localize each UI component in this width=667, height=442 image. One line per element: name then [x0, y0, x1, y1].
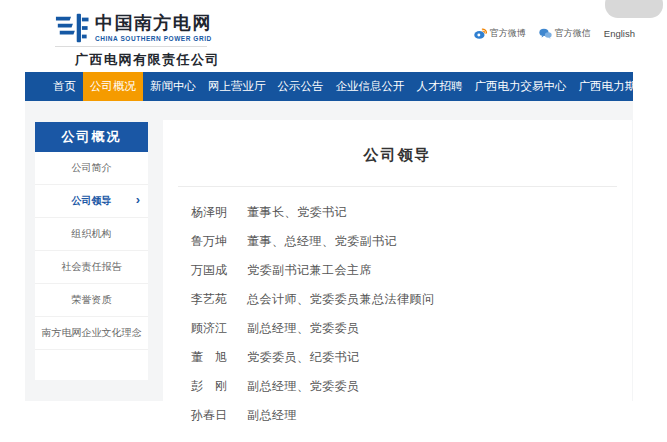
sidebar-item-label: 南方电网企业文化理念 [42, 326, 142, 340]
nav-item[interactable]: 企业信息公开 [331, 72, 410, 101]
nav-item[interactable]: 公司概况 [83, 72, 143, 101]
sidebar: 公司概况 公司简介 › 公司领导 › 组织机构 › 社会责任报告 › [35, 122, 148, 380]
nav-item[interactable]: 公示公告 [273, 72, 329, 101]
leader-title: 党委副书记兼工会主席 [247, 262, 632, 279]
weibo-label: 官方微博 [490, 27, 526, 40]
leader-row: 李艺苑 总会计师、党委委员兼总法律顾问 [191, 291, 632, 308]
leader-title: 党委委员、纪委书记 [247, 349, 632, 366]
leader-title: 董事、总经理、党委副书记 [247, 233, 632, 250]
leader-row: 彭 刚 副总经理、党委委员 [191, 378, 632, 395]
subsidiary-name: 广西电网有限责任公司 [75, 51, 220, 69]
sidebar-item-label: 公司领导 [72, 194, 112, 208]
main-panel: 公司领导 杨泽明 董事长、党委书记 鲁万坤 董事、总经理、党委副书记 万国成 党… [163, 120, 632, 412]
sidebar-item[interactable]: 荣誉资质 › [35, 284, 148, 317]
leader-title: 副总经理、党委委员 [247, 320, 632, 337]
nav-item[interactable]: 网上营业厅 [203, 72, 271, 101]
leader-row: 鲁万坤 董事、总经理、党委副书记 [191, 233, 632, 250]
sidebar-item-label: 荣誉资质 [72, 293, 112, 307]
weibo-link[interactable]: 官方微博 [474, 27, 526, 40]
site-header-logo: 中国南方电网 CHINA SOUTHERN POWER GRID 广西电网有限责… [55, 13, 220, 69]
leader-name: 顾济江 [191, 320, 238, 337]
leader-list: 杨泽明 董事长、党委书记 鲁万坤 董事、总经理、党委副书记 万国成 党委副书记兼… [163, 187, 632, 424]
nav-item[interactable]: 人才招聘 [412, 72, 468, 101]
leader-name: 万国成 [191, 262, 238, 279]
csg-logo-icon [55, 13, 89, 43]
nav-item[interactable]: 广西电力交易中心 [470, 72, 572, 101]
sidebar-item[interactable]: 社会责任报告 › [35, 251, 148, 284]
wechat-label: 官方微信 [555, 27, 591, 40]
english-link[interactable]: English [604, 28, 635, 39]
leader-title: 董事长、党委书记 [247, 204, 632, 221]
brand-name-en: CHINA SOUTHERN POWER GRID [95, 35, 212, 42]
logo-divider [55, 46, 207, 47]
leader-title: 副总经理、党委委员 [247, 378, 632, 395]
leader-row: 万国成 党委副书记兼工会主席 [191, 262, 632, 279]
sidebar-item[interactable]: 组织机构 › [35, 218, 148, 251]
page-title: 公司领导 [163, 120, 632, 165]
sidebar-item-label: 社会责任报告 [62, 260, 122, 274]
leader-name: 鲁万坤 [191, 233, 238, 250]
nav-item[interactable]: 广西电力期刊 [574, 72, 653, 101]
leader-row: 董 旭 党委委员、纪委书记 [191, 349, 632, 366]
leader-row: 孙春日 副总经理 [191, 407, 632, 424]
leader-name: 彭 刚 [191, 378, 238, 395]
nav-item[interactable]: 首页 [48, 72, 81, 101]
leader-name: 孙春日 [191, 407, 238, 424]
sidebar-item-label: 组织机构 [72, 227, 112, 241]
leader-name: 杨泽明 [191, 204, 238, 221]
sidebar-header: 公司概况 [35, 122, 148, 152]
sidebar-items: 公司简介 › 公司领导 › 组织机构 › 社会责任报告 › 荣誉资质 › [35, 152, 148, 350]
sidebar-item-label: 公司简介 [72, 161, 112, 175]
sidebar-item[interactable]: 公司简介 › [35, 152, 148, 185]
leader-title: 总会计师、党委委员兼总法律顾问 [247, 291, 632, 308]
leader-row: 顾济江 副总经理、党委委员 [191, 320, 632, 337]
sidebar-item[interactable]: 南方电网企业文化理念 › [35, 317, 148, 350]
leader-row: 杨泽明 董事长、党委书记 [191, 204, 632, 221]
window-tab-artifact [605, 0, 663, 18]
leader-name: 董 旭 [191, 349, 238, 366]
wechat-link[interactable]: 官方微信 [539, 27, 591, 40]
chevron-right-icon: › [136, 192, 140, 207]
nav-item[interactable]: 新闻中心 [145, 72, 201, 101]
topbar-links: 官方微博 官方微信 English [461, 27, 635, 40]
wechat-icon [539, 28, 552, 39]
main-nav: 首页 公司概况 新闻中心 网上营业厅 公示公告 企业信息公开 人才招聘 广西电力… [25, 72, 633, 101]
leader-name: 李艺苑 [191, 291, 238, 308]
leader-title: 副总经理 [247, 407, 632, 424]
weibo-icon [474, 28, 487, 39]
brand-name-cn: 中国南方电网 [95, 13, 212, 34]
sidebar-item[interactable]: 公司领导 › [35, 185, 148, 218]
